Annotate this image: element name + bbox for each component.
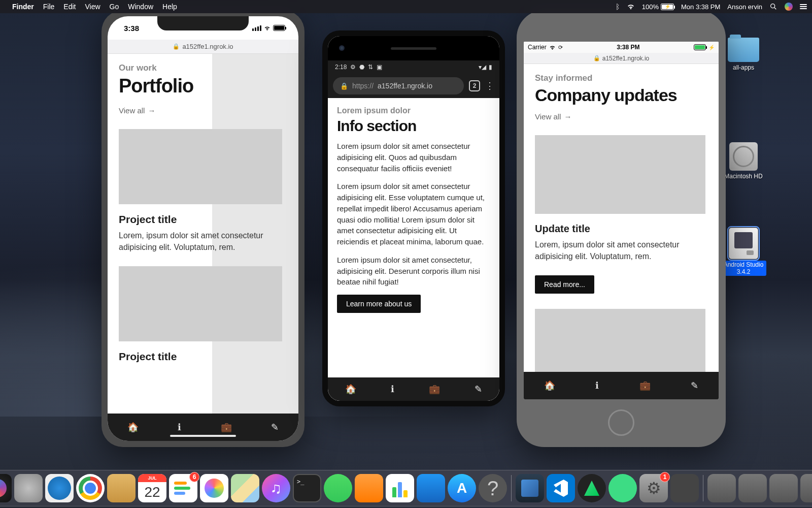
nav-home-icon[interactable]: 🏠	[127, 422, 139, 433]
status-time: 3:38 PM	[617, 44, 639, 51]
spotlight-icon[interactable]	[769, 3, 777, 11]
dock-android-studio-canary[interactable]	[578, 474, 606, 502]
wifi-icon	[549, 44, 556, 51]
app-bottom-nav: 🏠 ℹ 💼 ✎	[328, 377, 499, 401]
desktop-folder-all-apps[interactable]: all-apps	[721, 35, 766, 72]
menu-edit[interactable]: Edit	[63, 3, 76, 11]
page-title: Company updates	[535, 85, 707, 105]
nav-info-icon[interactable]: ℹ	[391, 384, 394, 395]
update-description: Lorem, ipsum dolor sit amet consectetur …	[535, 239, 707, 262]
dock-system-preferences[interactable]: 1	[639, 474, 668, 502]
lock-icon: 🔒	[173, 43, 180, 50]
nav-briefcase-icon[interactable]: 💼	[429, 384, 440, 395]
nav-home-icon[interactable]: 🏠	[544, 380, 555, 391]
safari-address-bar[interactable]: 🔒 a152ffe1.ngrok.io	[108, 40, 298, 54]
menubar-clock[interactable]: Mon 3:38 PM	[681, 3, 720, 11]
read-more-button[interactable]: Read more...	[535, 275, 594, 294]
android-pixel-simulator: 2:18 ⚙ ⬣ ⇅ ▣ ▾◢ ▮ 🔒 https://a152ffe1.ngr…	[322, 30, 505, 406]
carrier-label: Carrier	[528, 44, 547, 51]
dock-keynote[interactable]	[417, 474, 445, 502]
nav-info-icon[interactable]: ℹ	[595, 380, 599, 391]
dock-reminders[interactable]: 6	[169, 474, 197, 502]
dock-calendar[interactable]: JUL 22	[138, 474, 166, 502]
dock-minimized-window[interactable]	[738, 474, 767, 502]
folder-label: all-apps	[731, 64, 756, 72]
siri-icon[interactable]	[785, 3, 793, 11]
iphone-8-simulator: Carrier ⟳ 3:38 PM ⚡ 🔒 a152ffe1.ngrok.io …	[517, 10, 726, 447]
dock-minimized-window[interactable]	[769, 474, 798, 502]
battery-icon: ▮	[489, 64, 492, 71]
dock-xcode[interactable]	[516, 474, 544, 502]
nav-blog-icon[interactable]: ✎	[271, 422, 279, 433]
webpage-company-updates[interactable]: Stay informed Company updates View all U…	[524, 64, 719, 372]
safari-address-bar[interactable]: 🔒 a152ffe1.ngrok.io	[524, 53, 719, 64]
calendar-day: 22	[144, 482, 160, 502]
wifi-icon[interactable]	[627, 3, 635, 11]
ios-status-bar: Carrier ⟳ 3:38 PM ⚡	[524, 42, 719, 53]
battery-indicator[interactable]: 100% ⚡	[642, 3, 674, 11]
nav-home-icon[interactable]: 🏠	[345, 384, 356, 395]
menu-view[interactable]: View	[85, 3, 100, 11]
image-placeholder	[535, 309, 705, 372]
update-title: Update title	[535, 223, 707, 235]
dock-pages[interactable]	[355, 474, 383, 502]
notification-center-icon[interactable]	[800, 4, 807, 9]
menu-go[interactable]: Go	[110, 3, 119, 11]
dock-maps[interactable]	[231, 474, 259, 502]
dock-launchpad[interactable]	[14, 474, 43, 502]
status-right	[252, 25, 285, 31]
dock-numbers[interactable]	[386, 474, 414, 502]
calendar-month: JUL	[138, 474, 166, 482]
iphone-notch	[157, 16, 249, 30]
desktop-disk-macintosh-hd[interactable]: Macintosh HD	[721, 142, 766, 180]
nav-briefcase-icon[interactable]: 💼	[639, 380, 651, 391]
dock-messages[interactable]	[324, 474, 352, 502]
battery-icon	[694, 44, 706, 50]
dock-minimized-window[interactable]	[800, 474, 812, 502]
hard-drive-icon	[729, 142, 758, 171]
dock-siri[interactable]	[0, 474, 12, 502]
bluetooth-icon[interactable]: ᛒ	[616, 3, 620, 11]
dock-contacts[interactable]	[107, 474, 136, 502]
dock-itunes[interactable]	[262, 474, 290, 502]
nav-info-icon[interactable]: ℹ	[178, 422, 181, 433]
dock-chrome[interactable]	[76, 474, 105, 502]
desktop-volume-android-studio[interactable]: Android Studio 3.4.2	[721, 228, 766, 276]
menu-window[interactable]: Window	[128, 3, 153, 11]
dock-terminal[interactable]	[293, 474, 321, 502]
macos-dock: JUL 22 6 ? 1	[0, 470, 812, 506]
view-all-link[interactable]: View all	[119, 106, 155, 115]
webpage-portfolio[interactable]: Our work Portfolio View all Project titl…	[108, 54, 298, 414]
menubar-username[interactable]: Anson ervin	[727, 3, 762, 11]
dock-android-studio[interactable]	[608, 474, 637, 502]
debug-notif-icon: ▣	[377, 64, 382, 71]
menu-help[interactable]: Help	[162, 3, 177, 11]
android-status-bar: 2:18 ⚙ ⬣ ⇅ ▣ ▾◢ ▮	[328, 60, 499, 74]
chrome-tab-count[interactable]: 2	[469, 80, 480, 91]
home-button[interactable]	[608, 409, 634, 436]
dock-vscode[interactable]	[547, 474, 575, 502]
image-placeholder	[119, 266, 282, 341]
dock-minimized-window[interactable]	[707, 474, 736, 502]
dock-photos[interactable]	[200, 474, 228, 502]
menu-file[interactable]: File	[43, 3, 55, 11]
dock-separator	[703, 475, 703, 501]
dock-help[interactable]: ?	[479, 474, 507, 502]
dock-safari[interactable]	[45, 474, 74, 502]
webpage-info-section[interactable]: Lorem ipsum dolor Info section Lorem ips…	[328, 98, 499, 378]
chrome-url-field[interactable]: 🔒 https://a152ffe1.ngrok.io	[333, 77, 464, 94]
home-indicator[interactable]	[170, 435, 236, 437]
battery-percentage: 100%	[642, 3, 659, 11]
nav-briefcase-icon[interactable]: 💼	[221, 422, 232, 433]
chrome-overflow-menu-icon[interactable]: ⋮	[485, 80, 494, 91]
view-all-link[interactable]: View all	[535, 112, 571, 121]
nav-blog-icon[interactable]: ✎	[691, 380, 698, 391]
dock-app-store[interactable]	[448, 474, 476, 502]
learn-more-button[interactable]: Learn more about us	[337, 295, 421, 313]
image-placeholder	[535, 135, 705, 214]
front-camera	[339, 45, 345, 51]
settings-notif-icon: ⚙	[350, 64, 356, 71]
dock-simulator[interactable]	[670, 474, 699, 502]
nav-blog-icon[interactable]: ✎	[475, 384, 482, 395]
menubar-app-name[interactable]: Finder	[12, 3, 34, 11]
